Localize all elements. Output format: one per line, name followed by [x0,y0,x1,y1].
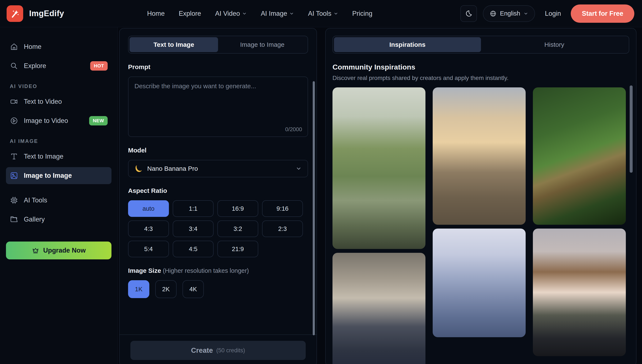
chevron-down-icon [334,11,338,16]
moon-icon [465,10,473,18]
inspirations-tabs: Inspirations History [332,36,629,54]
generator-mode-tabs: Text to Image Image to Image [128,36,308,54]
main-nav: Home Explore AI Video AI Image AI Tools … [147,10,372,18]
banana-icon [135,164,143,173]
aspect-option-4-5[interactable]: 4:5 [173,241,214,257]
language-selector[interactable]: English [483,5,535,22]
search-icon [10,62,18,70]
chevron-down-icon [523,11,528,16]
aspect-ratio-label: Aspect Ratio [128,187,308,194]
aspect-option-9-16[interactable]: 9:16 [262,200,303,217]
aspect-option-16-9[interactable]: 16:9 [217,200,258,217]
app-title: ImgEdify [29,9,64,18]
sidebar-item-image-to-image[interactable]: Image to Image [6,167,112,184]
size-option-2k[interactable]: 2K [155,280,177,298]
sidebar-item-label: Home [24,43,42,50]
play-circle-icon [10,116,18,125]
image-icon [10,171,18,180]
app-logo-icon [7,5,23,22]
sidebar-item-home[interactable]: Home [6,38,112,55]
header-actions: English Login Start for Free [460,4,634,23]
model-select[interactable]: Nano Banana Pro [128,160,308,177]
sidebar-item-image-to-video[interactable]: Image to Video NEW [6,112,112,129]
inspirations-panel: Inspirations History Community Inspirati… [325,28,636,364]
prompt-textarea[interactable]: Describe the image you want to generate.… [128,76,308,137]
home-icon [10,42,18,51]
magic-wand-icon [10,9,20,18]
aspect-option-21-9[interactable]: 21:9 [217,241,258,257]
image-size-note: (Higher resolution takes longer) [163,267,249,274]
aspect-option-3-2[interactable]: 3:2 [217,220,258,237]
aspect-ratio-grid: auto 1:1 16:9 9:16 4:3 3:4 3:2 2:3 5:4 4… [128,200,308,257]
nav-ai-tools[interactable]: AI Tools [308,10,338,18]
chevron-down-icon [296,166,302,172]
sidebar-item-text-to-image[interactable]: Text to Image [6,148,112,165]
sidebar-item-label: Text to Image [24,153,63,160]
sidebar-item-label: Gallery [24,216,45,223]
tab-image-to-image[interactable]: Image to Image [218,37,307,52]
model-label: Model [128,147,308,154]
hot-badge: HOT [90,61,108,70]
language-value: English [500,10,520,17]
sidebar-section-ai-image: AI IMAGE [10,138,112,144]
gallery-scrollbar[interactable] [630,86,633,173]
inspiration-image-handshake[interactable] [332,253,425,364]
inspiration-image-paris-family[interactable] [332,88,425,249]
community-inspirations-subheading: Discover real prompts shared by creators… [332,75,629,82]
gallery-column [533,88,626,364]
sidebar-item-label: Image to Video [24,117,68,124]
tab-inspirations[interactable]: Inspirations [334,37,481,52]
sidebar-item-label: Image to Image [24,172,72,180]
aspect-option-auto[interactable]: auto [128,200,169,217]
inspiration-image-rushmore-dogs[interactable] [433,88,526,225]
start-for-free-button[interactable]: Start for Free [571,4,634,23]
upgrade-now-button[interactable]: Upgrade Now [6,242,112,260]
tab-text-to-image[interactable]: Text to Image [130,37,218,52]
gallery-column [433,88,526,364]
nav-home[interactable]: Home [147,10,165,18]
community-inspirations-heading: Community Inspirations [332,63,629,71]
create-bar: Create (50 credits) [120,334,317,364]
aspect-option-2-3[interactable]: 2:3 [262,220,303,237]
brand[interactable]: ImgEdify [7,5,64,22]
aspect-option-5-4[interactable]: 5:4 [128,241,169,257]
nav-explore[interactable]: Explore [179,10,201,18]
chevron-down-icon [242,11,247,16]
aspect-option-4-3[interactable]: 4:3 [128,220,169,237]
tab-history[interactable]: History [481,37,628,52]
sidebar-item-label: AI Tools [24,196,47,204]
aspect-option-3-4[interactable]: 3:4 [173,220,214,237]
sidebar-item-explore[interactable]: Explore HOT [6,58,112,74]
aspect-option-1-1[interactable]: 1:1 [173,200,214,217]
theme-toggle-button[interactable] [460,5,477,22]
model-value: Nano Banana Pro [147,165,198,172]
inspiration-image-moth-leaves[interactable] [533,88,626,225]
sidebar-item-text-to-video[interactable]: Text to Video [6,93,112,110]
sidebar-item-label: Explore [24,62,46,70]
crown-icon [32,247,39,254]
gallery-column [332,88,425,364]
sidebar-item-label: Text to Video [24,98,62,106]
new-badge: NEW [89,116,108,126]
login-link[interactable]: Login [545,10,561,18]
generator-panel: Text to Image Image to Image Prompt Desc… [119,28,317,364]
create-credits: (50 credits) [216,347,245,354]
prompt-placeholder: Describe the image you want to generate.… [135,82,302,90]
size-option-1k[interactable]: 1K [128,280,149,298]
nav-pricing[interactable]: Pricing [352,10,372,18]
prompt-label: Prompt [128,63,308,70]
size-option-4k[interactable]: 4K [183,280,204,298]
chip-icon [10,196,18,204]
generator-scrollbar[interactable] [313,81,315,335]
image-size-options: 1K 2K 4K [128,280,308,298]
nav-ai-video[interactable]: AI Video [215,10,247,18]
sidebar-item-ai-tools[interactable]: AI Tools [6,192,112,209]
video-camera-icon [10,98,18,106]
folder-icon [10,215,18,224]
top-navbar: ImgEdify Home Explore AI Video AI Image … [0,0,642,27]
nav-ai-image[interactable]: AI Image [261,10,294,18]
create-button[interactable]: Create (50 credits) [130,341,306,360]
inspiration-image-redhead-blossom[interactable] [533,228,626,356]
sidebar-item-gallery[interactable]: Gallery [6,211,112,228]
inspiration-image-silver-lady[interactable] [433,228,526,337]
